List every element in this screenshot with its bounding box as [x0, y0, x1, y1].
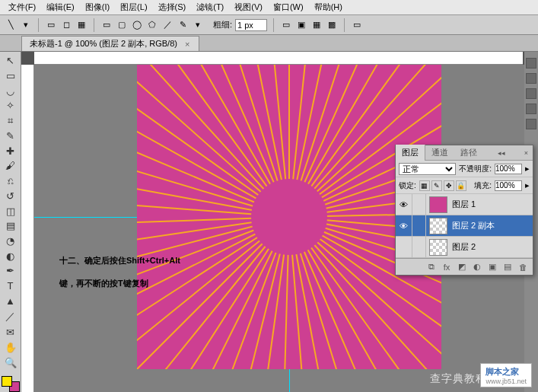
panel-icon[interactable]: [526, 88, 536, 99]
panel-icon[interactable]: [526, 58, 536, 69]
mode-icon[interactable]: ▦: [310, 19, 323, 31]
layer-row[interactable]: 图层 2: [396, 237, 533, 258]
blend-mode-select[interactable]: 正常: [399, 163, 456, 175]
link-cell[interactable]: [412, 215, 426, 236]
collapse-icon[interactable]: ◂◂: [493, 149, 510, 157]
link-cell[interactable]: [412, 194, 426, 215]
lasso-tool-icon[interactable]: ◡: [2, 84, 19, 97]
layer-thumb[interactable]: [429, 218, 447, 234]
panel-icon[interactable]: [526, 119, 536, 129]
menu-help[interactable]: 帮助(H): [309, 0, 348, 14]
tab-channels[interactable]: 通道: [425, 145, 454, 161]
chevron-down-icon[interactable]: ▾: [192, 19, 204, 31]
link-cell[interactable]: [412, 237, 426, 257]
layer-name[interactable]: 图层 1: [450, 199, 533, 210]
foreground-color-swatch[interactable]: [2, 376, 12, 387]
lock-position-icon[interactable]: ✥: [444, 180, 454, 191]
stamp-tool-icon[interactable]: ⎌: [2, 175, 19, 187]
style-icon[interactable]: ▭: [351, 19, 363, 31]
tab-paths[interactable]: 路径: [454, 145, 483, 161]
panel-icon[interactable]: [526, 73, 536, 84]
group-icon[interactable]: ▣: [487, 262, 498, 272]
type-tool-icon[interactable]: T: [2, 280, 19, 292]
color-swatches[interactable]: [2, 376, 20, 392]
shape-line-icon[interactable]: ／: [161, 19, 173, 31]
mode-icon[interactable]: ▣: [295, 19, 307, 31]
menu-layer[interactable]: 图层(L): [115, 0, 152, 14]
layer-thumb[interactable]: [429, 196, 447, 213]
shape-rect-icon[interactable]: ▭: [100, 19, 113, 31]
zoom-tool-icon[interactable]: 🔍: [2, 356, 19, 368]
layer-row[interactable]: 👁 图层 2 副本: [396, 215, 533, 237]
pen-tool-icon[interactable]: ✒: [2, 265, 19, 277]
tab-layers[interactable]: 图层: [396, 145, 425, 161]
menu-select[interactable]: 选择(S): [153, 0, 192, 14]
panel-icon[interactable]: [526, 104, 536, 114]
path-select-icon[interactable]: ▲: [2, 295, 19, 307]
chevron-down-icon[interactable]: ▾: [20, 19, 32, 31]
shape-roundrect-icon[interactable]: ▢: [116, 19, 128, 31]
new-layer-icon[interactable]: ▤: [502, 262, 513, 272]
menu-image[interactable]: 图像(I): [80, 0, 115, 14]
fx-icon[interactable]: fx: [441, 262, 452, 272]
shape-custom-icon[interactable]: ✎: [177, 19, 189, 31]
layer-thumb[interactable]: [429, 239, 447, 256]
lock-image-icon[interactable]: ✎: [431, 180, 442, 191]
instruction-line2: 键，再不断的按T键复制: [59, 272, 180, 295]
marquee-tool-icon[interactable]: ▭: [2, 70, 19, 82]
separator: [94, 18, 94, 32]
chevron-right-icon[interactable]: ▸: [525, 180, 530, 190]
heal-tool-icon[interactable]: ✚: [2, 145, 19, 157]
menu-filter[interactable]: 滤镜(T): [191, 0, 229, 14]
dodge-tool-icon[interactable]: ◐: [2, 250, 19, 262]
layer-name[interactable]: 图层 2 副本: [450, 220, 533, 231]
menu-view[interactable]: 视图(V): [229, 0, 268, 14]
eraser-tool-icon[interactable]: ◫: [2, 205, 19, 217]
visibility-toggle[interactable]: [396, 237, 412, 257]
paths-icon[interactable]: ◻: [60, 19, 72, 31]
menu-file[interactable]: 文件(F): [3, 0, 41, 14]
fill-pixels-icon[interactable]: ▦: [75, 19, 88, 31]
watermark-url: www.jb51.net: [485, 378, 527, 385]
layers-panel: 图层 通道 路径 ◂◂ × 正常 不透明度: ▸ 锁定: ▦ ✎ ✥ 🔒 填充:…: [395, 145, 533, 276]
mode-icon[interactable]: ▭: [280, 19, 292, 31]
layer-name[interactable]: 图层 2: [450, 241, 533, 253]
hand-tool-icon[interactable]: ✋: [2, 342, 19, 354]
fill-input[interactable]: [495, 180, 522, 191]
notes-tool-icon[interactable]: ✉: [2, 327, 19, 339]
move-tool-icon[interactable]: ↖: [2, 55, 19, 67]
panel-tabs: 图层 通道 路径 ◂◂ ×: [396, 145, 533, 161]
lock-all-icon[interactable]: 🔒: [456, 180, 466, 191]
wand-tool-icon[interactable]: ✧: [2, 100, 19, 112]
mask-icon[interactable]: ◩: [457, 262, 467, 272]
eyedropper-tool-icon[interactable]: ✎: [2, 130, 19, 142]
close-icon[interactable]: ×: [183, 40, 191, 49]
shape-ellipse-icon[interactable]: ◯: [131, 19, 143, 31]
delete-layer-icon[interactable]: 🗑: [517, 262, 528, 272]
shape-tool-icon[interactable]: ／: [2, 310, 19, 323]
line-tool-icon[interactable]: ╲: [5, 19, 17, 31]
gradient-tool-icon[interactable]: ▤: [2, 220, 19, 232]
ruler-vertical[interactable]: [21, 65, 34, 392]
adjustment-icon[interactable]: ◐: [472, 262, 482, 272]
shape-polygon-icon[interactable]: ⬠: [146, 19, 158, 31]
visibility-toggle[interactable]: 👁: [396, 215, 412, 236]
opacity-input[interactable]: [495, 164, 522, 174]
layer-row[interactable]: 👁 图层 1: [396, 194, 533, 215]
weight-input[interactable]: [235, 19, 267, 31]
lock-transparency-icon[interactable]: ▦: [419, 180, 430, 191]
document-tab[interactable]: 未标题-1 @ 100% (图层 2 副本, RGB/8) ×: [21, 36, 199, 51]
chevron-right-icon[interactable]: ▸: [525, 164, 530, 174]
link-layers-icon[interactable]: ⧉: [426, 262, 437, 272]
shape-layers-icon[interactable]: ▭: [45, 19, 57, 31]
menu-edit[interactable]: 编辑(E): [41, 0, 80, 14]
brush-tool-icon[interactable]: 🖌: [2, 160, 19, 172]
blur-tool-icon[interactable]: ◔: [2, 235, 19, 247]
mode-icon[interactable]: ▩: [326, 19, 338, 31]
crop-tool-icon[interactable]: ⌗: [2, 115, 19, 127]
ruler-horizontal[interactable]: [34, 52, 523, 65]
menu-window[interactable]: 窗口(W): [268, 0, 309, 14]
close-icon[interactable]: ×: [520, 149, 533, 157]
history-brush-icon[interactable]: ↺: [2, 190, 19, 202]
visibility-toggle[interactable]: 👁: [396, 194, 412, 215]
